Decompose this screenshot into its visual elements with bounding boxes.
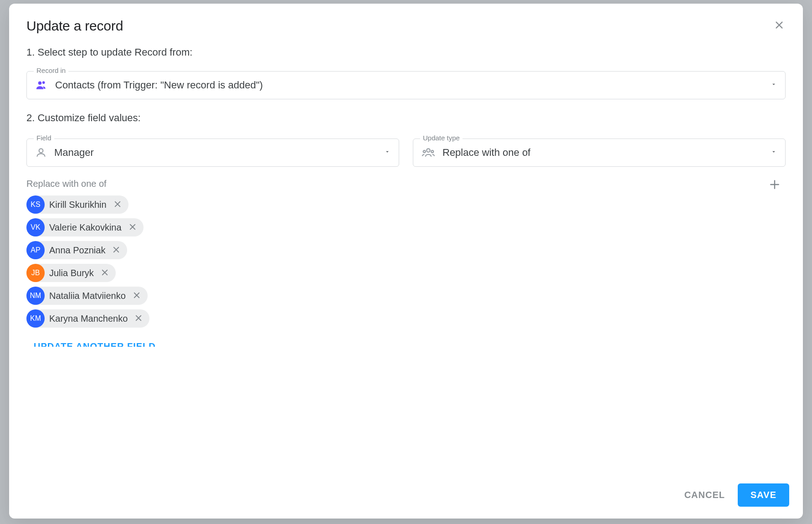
update-another-field-button[interactable]: UPDATE ANOTHER FIELD xyxy=(26,341,156,347)
avatar: KS xyxy=(26,195,45,214)
svg-point-5 xyxy=(427,149,430,152)
person-chip: NMNataliia Matviienko xyxy=(26,287,148,305)
chevron-down-icon xyxy=(384,149,391,157)
update-type-value: Replace with one of xyxy=(442,147,763,159)
close-button[interactable] xyxy=(769,15,789,36)
chevron-down-icon xyxy=(771,149,777,157)
add-person-button[interactable] xyxy=(766,177,783,193)
remove-person-button[interactable] xyxy=(126,221,139,234)
svg-point-2 xyxy=(38,82,41,85)
record-in-legend: Record in xyxy=(34,67,68,74)
chevron-down-icon xyxy=(771,81,777,89)
person-name: Valerie Kakovkina xyxy=(49,222,122,233)
cancel-button[interactable]: CANCEL xyxy=(684,490,725,500)
replace-section: Replace with one of KSKirill SkurikhinVK… xyxy=(26,179,786,328)
svg-point-3 xyxy=(42,81,45,84)
avatar: VK xyxy=(26,218,45,236)
field-select[interactable]: Manager xyxy=(26,139,399,167)
remove-person-button[interactable] xyxy=(132,312,145,325)
field-legend: Field xyxy=(34,134,54,142)
close-icon xyxy=(112,246,120,255)
person-chip: APAnna Pozniak xyxy=(26,241,127,259)
svg-point-4 xyxy=(39,149,43,153)
update-record-modal: Update a record 1. Select step to update… xyxy=(9,4,803,519)
person-chip: VKValerie Kakovkina xyxy=(26,218,144,236)
people-icon xyxy=(35,79,48,92)
remove-person-button[interactable] xyxy=(98,267,111,279)
step1-heading: 1. Select step to update Record from: xyxy=(26,46,786,58)
avatar: JB xyxy=(26,264,45,282)
person-chip: JBJulia Buryk xyxy=(26,264,116,282)
save-button[interactable]: SAVE xyxy=(738,483,789,507)
svg-point-7 xyxy=(431,150,433,153)
person-name: Julia Buryk xyxy=(49,268,94,278)
plus-icon xyxy=(769,179,781,192)
person-name: Kirill Skurikhin xyxy=(49,200,107,210)
avatar: AP xyxy=(26,241,45,259)
person-chips: KSKirill SkurikhinVKValerie KakovkinaAPA… xyxy=(26,195,786,328)
field-select-wrap: Field Manager xyxy=(26,139,399,167)
update-type-legend: Update type xyxy=(420,134,463,142)
close-icon xyxy=(774,20,784,31)
field-value: Manager xyxy=(54,147,377,159)
close-icon xyxy=(133,291,141,301)
close-icon xyxy=(128,223,137,232)
record-in-value: Contacts (from Trigger: "New record is a… xyxy=(55,79,763,91)
update-type-select[interactable]: Replace with one of xyxy=(413,139,786,167)
remove-person-button[interactable] xyxy=(111,198,124,211)
person-chip: KSKirill Skurikhin xyxy=(26,195,128,214)
group-icon xyxy=(421,146,435,159)
record-in-field: Record in Contacts (from Trigger: "New r… xyxy=(26,71,786,99)
remove-person-button[interactable] xyxy=(130,289,143,302)
update-type-wrap: Update type Replace with one of xyxy=(413,139,786,167)
replace-label: Replace with one of xyxy=(26,179,786,189)
person-name: Karyna Manchenko xyxy=(49,313,128,324)
modal-footer: CANCEL SAVE xyxy=(9,474,803,519)
person-name: Nataliia Matviienko xyxy=(49,291,126,301)
avatar: NM xyxy=(26,287,45,305)
modal-title: Update a record xyxy=(26,18,786,34)
close-icon xyxy=(113,200,122,210)
svg-point-6 xyxy=(423,150,426,153)
close-icon xyxy=(134,314,143,324)
step2-heading: 2. Customize field values: xyxy=(26,112,786,124)
avatar: KM xyxy=(26,309,45,328)
record-in-select[interactable]: Contacts (from Trigger: "New record is a… xyxy=(26,71,786,99)
person-chip: KMKaryna Manchenko xyxy=(26,309,149,328)
person-icon xyxy=(35,147,47,159)
remove-person-button[interactable] xyxy=(110,244,123,257)
person-name: Anna Pozniak xyxy=(49,245,105,256)
close-icon xyxy=(101,268,109,278)
